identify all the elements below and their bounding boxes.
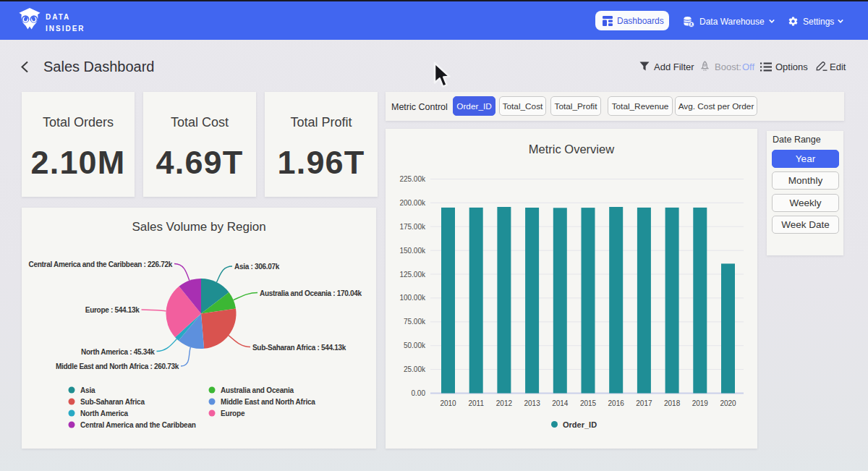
svg-text:2011: 2011 <box>468 399 484 407</box>
svg-text:North America: North America <box>80 410 129 417</box>
svg-text:2015: 2015 <box>580 399 597 407</box>
svg-text:2020: 2020 <box>720 399 736 407</box>
svg-text:Sub-Saharan Africa : 544.13k: Sub-Saharan Africa : 544.13k <box>252 344 346 352</box>
svg-text:Central America and the Caribb: Central America and the Caribbean : 226.… <box>29 260 173 268</box>
svg-text:2018: 2018 <box>664 399 681 407</box>
svg-text:75.00k: 75.00k <box>404 318 426 326</box>
svg-text:2010: 2010 <box>440 399 456 407</box>
svg-text:50.00k: 50.00k <box>404 341 426 349</box>
svg-text:2013: 2013 <box>524 399 540 407</box>
svg-text:2016: 2016 <box>608 399 625 407</box>
svg-text:150.00k: 150.00k <box>399 247 426 255</box>
svg-text:Asia: Asia <box>80 386 95 394</box>
svg-text:Australia and Oceania: Australia and Oceania <box>221 386 294 394</box>
svg-text:0.00: 0.00 <box>412 389 426 397</box>
svg-text:Asia : 306.07k: Asia : 306.07k <box>234 263 280 271</box>
svg-text:Middle East and North Africa :: Middle East and North Africa : 260.73k <box>56 362 179 370</box>
svg-text:2017: 2017 <box>636 399 652 407</box>
svg-text:175.00k: 175.00k <box>399 223 426 231</box>
svg-text:Central America and the Caribb: Central America and the Caribbean <box>80 421 196 429</box>
svg-text:Order_ID: Order_ID <box>563 420 597 429</box>
svg-text:Middle East and North Africa: Middle East and North Africa <box>221 398 315 406</box>
svg-text:25.00k: 25.00k <box>404 365 426 373</box>
svg-text:Australia and Oceania : 170.04: Australia and Oceania : 170.04k <box>260 289 362 297</box>
svg-text:Europe: Europe <box>221 410 245 417</box>
svg-text:2014: 2014 <box>552 399 569 407</box>
svg-text:225.00k: 225.00k <box>399 175 426 183</box>
svg-text:Europe : 544.13k: Europe : 544.13k <box>85 306 140 314</box>
svg-text:125.00k: 125.00k <box>399 271 426 279</box>
svg-text:Sub-Saharan Africa: Sub-Saharan Africa <box>80 398 145 406</box>
svg-text:200.00k: 200.00k <box>399 199 426 207</box>
svg-text:2012: 2012 <box>496 399 513 407</box>
svg-text:100.00k: 100.00k <box>399 294 426 302</box>
svg-text:North America : 45.34k: North America : 45.34k <box>81 348 155 356</box>
svg-text:2019: 2019 <box>692 399 709 407</box>
